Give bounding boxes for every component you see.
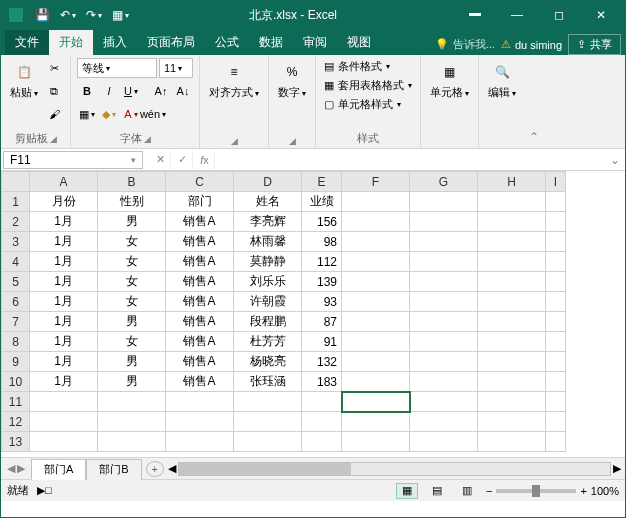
normal-view-button[interactable]: ▦ (396, 483, 418, 499)
cell-A2[interactable]: 1月 (30, 212, 98, 232)
cell-E2[interactable]: 156 (302, 212, 342, 232)
cell-I6[interactable] (546, 292, 566, 312)
sheet-nav-next[interactable]: ▶ (17, 462, 25, 475)
cell-G9[interactable] (410, 352, 478, 372)
cell-D2[interactable]: 李亮辉 (234, 212, 302, 232)
zoom-knob[interactable] (532, 485, 540, 497)
cell-F9[interactable] (342, 352, 410, 372)
cell-C5[interactable]: 销售A (166, 272, 234, 292)
italic-button[interactable]: I (99, 81, 119, 101)
sheet-tab-部门A[interactable]: 部门A (31, 459, 86, 480)
close-button[interactable]: ✕ (581, 1, 621, 29)
cell-F10[interactable] (342, 372, 410, 392)
editing-button[interactable]: 🔍 编辑 (485, 58, 519, 101)
scroll-right-button[interactable]: ▶ (613, 462, 621, 475)
cell-D5[interactable]: 刘乐乐 (234, 272, 302, 292)
cell-G10[interactable] (410, 372, 478, 392)
phonetic-button[interactable]: wén (143, 104, 163, 124)
scroll-thumb[interactable] (179, 463, 352, 475)
cell-H11[interactable] (478, 392, 546, 412)
horizontal-scrollbar[interactable]: ◀ ▶ (164, 462, 625, 476)
col-header-E[interactable]: E (302, 172, 342, 192)
cell-D6[interactable]: 许朝霞 (234, 292, 302, 312)
cell-D1[interactable]: 姓名 (234, 192, 302, 212)
ribbon-tab-插入[interactable]: 插入 (93, 30, 137, 55)
cell-A6[interactable]: 1月 (30, 292, 98, 312)
cell-D13[interactable] (234, 432, 302, 452)
account-user[interactable]: ⚠du siming (501, 38, 562, 51)
cell-B6[interactable]: 女 (98, 292, 166, 312)
collapse-ribbon-button[interactable]: ⌃ (525, 55, 543, 148)
macro-record-button[interactable]: ▶□ (37, 484, 52, 497)
zoom-slider[interactable] (496, 489, 576, 493)
cell-I8[interactable] (546, 332, 566, 352)
cell-I10[interactable] (546, 372, 566, 392)
cell-B1[interactable]: 性别 (98, 192, 166, 212)
sheet-tab-部门B[interactable]: 部门B (86, 459, 141, 480)
col-header-A[interactable]: A (30, 172, 98, 192)
col-header-D[interactable]: D (234, 172, 302, 192)
cell-F5[interactable] (342, 272, 410, 292)
format-painter-button[interactable]: 🖌 (44, 104, 64, 124)
row-header-11[interactable]: 11 (2, 392, 30, 412)
cell-A8[interactable]: 1月 (30, 332, 98, 352)
font-size-select[interactable]: 11 (159, 58, 193, 78)
ribbon-tab-页面布局[interactable]: 页面布局 (137, 30, 205, 55)
paste-button[interactable]: 📋 粘贴 (7, 58, 41, 101)
new-sheet-button[interactable]: + (146, 461, 164, 477)
col-header-G[interactable]: G (410, 172, 478, 192)
number-launcher[interactable]: ◢ (289, 136, 296, 146)
cut-button[interactable]: ✂ (44, 58, 64, 78)
row-header-4[interactable]: 4 (2, 252, 30, 272)
conditional-format-button[interactable]: ▤条件格式▾ (322, 58, 414, 75)
cell-H8[interactable] (478, 332, 546, 352)
number-format-button[interactable]: % 数字 (275, 58, 309, 101)
cell-E1[interactable]: 业绩 (302, 192, 342, 212)
cell-E13[interactable] (302, 432, 342, 452)
row-header-2[interactable]: 2 (2, 212, 30, 232)
cell-B7[interactable]: 男 (98, 312, 166, 332)
cell-E3[interactable]: 98 (302, 232, 342, 252)
cell-A1[interactable]: 月份 (30, 192, 98, 212)
save-icon[interactable]: 💾 (31, 4, 53, 26)
cell-A4[interactable]: 1月 (30, 252, 98, 272)
cell-D3[interactable]: 林雨馨 (234, 232, 302, 252)
cell-A12[interactable] (30, 412, 98, 432)
cell-I1[interactable] (546, 192, 566, 212)
bold-button[interactable]: B (77, 81, 97, 101)
file-tab[interactable]: 文件 (5, 30, 49, 55)
tell-me-search[interactable]: 💡告诉我... (435, 37, 495, 52)
zoom-in-button[interactable]: + (580, 485, 586, 497)
cell-D11[interactable] (234, 392, 302, 412)
ribbon-tab-视图[interactable]: 视图 (337, 30, 381, 55)
col-header-F[interactable]: F (342, 172, 410, 192)
zoom-out-button[interactable]: − (486, 485, 492, 497)
border-button[interactable]: ▦ (77, 104, 97, 124)
col-header-C[interactable]: C (166, 172, 234, 192)
cell-E12[interactable] (302, 412, 342, 432)
formula-bar[interactable] (215, 151, 605, 169)
cell-H13[interactable] (478, 432, 546, 452)
col-header-B[interactable]: B (98, 172, 166, 192)
cell-A10[interactable]: 1月 (30, 372, 98, 392)
cell-G12[interactable] (410, 412, 478, 432)
expand-formula-bar-button[interactable]: ⌄ (605, 153, 625, 167)
name-box[interactable]: F11▾ (3, 151, 143, 169)
col-header-I[interactable]: I (546, 172, 566, 192)
fx-button[interactable]: fx (195, 151, 215, 169)
cell-G5[interactable] (410, 272, 478, 292)
ribbon-tab-审阅[interactable]: 审阅 (293, 30, 337, 55)
cell-H10[interactable] (478, 372, 546, 392)
ribbon-options-button[interactable] (455, 1, 495, 29)
cell-F6[interactable] (342, 292, 410, 312)
zoom-level[interactable]: 100% (591, 485, 619, 497)
cell-B11[interactable] (98, 392, 166, 412)
cell-H6[interactable] (478, 292, 546, 312)
enter-formula-button[interactable]: ✓ (173, 151, 193, 169)
cell-H9[interactable] (478, 352, 546, 372)
cell-E4[interactable]: 112 (302, 252, 342, 272)
cell-F4[interactable] (342, 252, 410, 272)
cell-A7[interactable]: 1月 (30, 312, 98, 332)
row-header-12[interactable]: 12 (2, 412, 30, 432)
cell-I12[interactable] (546, 412, 566, 432)
